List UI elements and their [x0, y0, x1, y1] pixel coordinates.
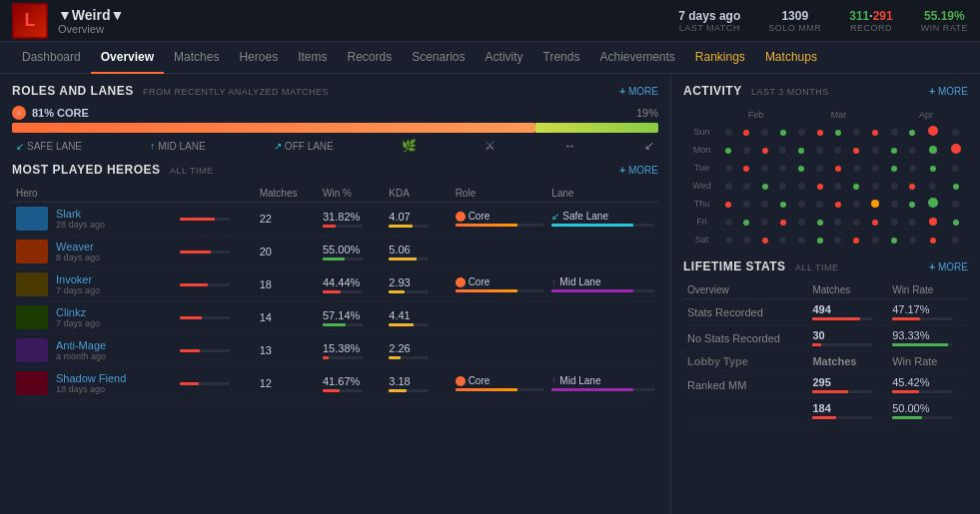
lane-tag: ↑ Mid Lane [551, 276, 654, 287]
avatar: L [12, 3, 48, 39]
activity-dot-cell [886, 232, 902, 248]
activity-dot [780, 220, 786, 226]
hero-kda-cell: 2.93 [385, 268, 451, 301]
activity-dot-cell [848, 124, 864, 140]
last-match-label: LAST MATCH [678, 23, 740, 33]
nav-heroes[interactable]: Heroes [229, 42, 288, 74]
hero-thumb [16, 240, 48, 263]
player-info: ▼Weird▼ Overview [58, 7, 124, 35]
activity-more-btn[interactable]: MORE [929, 86, 968, 97]
activity-dot-cell [866, 196, 884, 212]
activity-dot-cell [922, 232, 943, 248]
last-match-stat: 7 days ago LAST MATCH [678, 9, 740, 33]
activity-dot-cell [866, 178, 884, 194]
col-hero: Hero [12, 185, 176, 203]
hero-time: 28 days ago [56, 220, 105, 230]
hero-matches-cell: 12 [256, 367, 319, 400]
activity-dot-cell [830, 178, 846, 194]
activity-dot [798, 201, 805, 208]
hero-matches-bar-cell [176, 268, 256, 301]
hero-lane-cell: ↑ Mid Lane [547, 367, 658, 400]
activity-dot [835, 166, 841, 172]
activity-dot [817, 130, 823, 136]
lifetime-section: LIFETIME STATS ALL TIME MORE Overview Ma… [683, 259, 968, 424]
heroes-more-btn[interactable]: MORE [619, 165, 658, 176]
win-rate-stat: 55.19% WIN RATE [921, 9, 968, 33]
hero-name[interactable]: Clinkz [56, 306, 100, 318]
hero-matches-bar-cell [176, 203, 256, 236]
nav-dashboard[interactable]: Dashboard [12, 42, 91, 74]
table-row: Shadow Fiend 18 days ago 12 41.67% [12, 367, 658, 400]
month-apr: Apr [886, 108, 966, 122]
roles-title-wrap: ROLES AND LANES FROM RECENTLY ANALYZED M… [12, 84, 329, 98]
activity-dot [743, 183, 750, 190]
nav-records[interactable]: Records [337, 42, 402, 74]
lifetime-table: Overview Matches Win Rate Stats Recorded… [683, 281, 968, 424]
activity-dot-cell [904, 178, 920, 194]
activity-dot [909, 130, 915, 136]
nav-overview[interactable]: Overview [91, 42, 164, 74]
nav-activity[interactable]: Activity [476, 42, 533, 74]
activity-dot-cell [945, 142, 966, 158]
lt-matches-cell: 295 [808, 372, 888, 398]
hero-lane-cell: ↑ Mid Lane [547, 268, 658, 301]
hero-matches-bar-cell [176, 236, 256, 268]
nav-matches[interactable]: Matches [164, 42, 229, 74]
activity-dot-cell [738, 160, 754, 176]
activity-dot-cell [775, 142, 791, 158]
nav-scenarios[interactable]: Scenarios [402, 42, 475, 74]
nav-trends[interactable]: Trends [533, 42, 590, 74]
last-match-value: 7 days ago [678, 9, 740, 23]
hero-name[interactable]: Anti-Mage [56, 339, 106, 351]
activity-dot [835, 202, 841, 208]
lifetime-row: Lobby Type Matches Win Rate [683, 351, 968, 372]
hero-name[interactable]: Slark [56, 208, 105, 220]
activity-dot [891, 238, 897, 244]
nav-achievements[interactable]: Achievements [589, 42, 684, 74]
main-content: ROLES AND LANES FROM RECENTLY ANALYZED M… [0, 74, 980, 514]
activity-dot-cell [757, 124, 773, 140]
hero-name[interactable]: Invoker [56, 273, 100, 285]
record-value: 311·291 [849, 9, 892, 23]
activity-dot-cell [775, 196, 791, 212]
navigation: Dashboard Overview Matches Heroes Items … [0, 42, 980, 74]
hero-cell: Anti-Mage a month ago [12, 334, 176, 367]
activity-dot [725, 219, 732, 226]
nav-items[interactable]: Items [288, 42, 337, 74]
activity-dot-cell [720, 160, 736, 176]
activity-dot-cell [904, 124, 920, 140]
activity-dot-cell [793, 214, 809, 230]
activity-dot-cell [866, 160, 884, 176]
activity-dot [891, 166, 897, 172]
activity-dot [853, 129, 860, 136]
activity-dot-cell [848, 160, 864, 176]
nav-matchups[interactable]: Matchups [755, 42, 827, 74]
roles-more-btn[interactable]: MORE [619, 86, 658, 97]
activity-dot-cell [922, 160, 943, 176]
nav-rankings[interactable]: Rankings [685, 42, 755, 74]
activity-dot-cell [848, 196, 864, 212]
hero-winpct-cell: 57.14% [319, 301, 385, 334]
hero-role-cell: Core [452, 367, 548, 400]
activity-dot [909, 219, 916, 226]
activity-dot [725, 237, 732, 244]
hero-name[interactable]: Weaver [56, 241, 100, 253]
activity-dot-cell [775, 232, 791, 248]
hero-name[interactable]: Shadow Fiend [56, 372, 126, 384]
hero-time: 18 days ago [56, 384, 126, 394]
lifetime-title-wrap: LIFETIME STATS ALL TIME [683, 259, 838, 273]
support-pct-label: 19% [636, 107, 658, 119]
activity-dot-cell [793, 232, 809, 248]
hero-name-wrap: Shadow Fiend 18 days ago [56, 372, 126, 394]
lt-col-winrate: Win Rate [888, 281, 968, 299]
activity-dot-cell [886, 124, 902, 140]
lifetime-row: No Stats Recorded 30 93.33% [683, 325, 968, 351]
activity-dot-cell [811, 142, 827, 158]
lifetime-more-btn[interactable]: MORE [929, 261, 968, 272]
role-icon-core: ⚔ [12, 106, 26, 120]
activity-dot [872, 147, 879, 154]
activity-dot-cell [886, 160, 902, 176]
header-left: L ▼Weird▼ Overview [12, 3, 124, 39]
lt-label: No Stats Recorded [683, 325, 808, 351]
activity-dot [798, 148, 804, 154]
